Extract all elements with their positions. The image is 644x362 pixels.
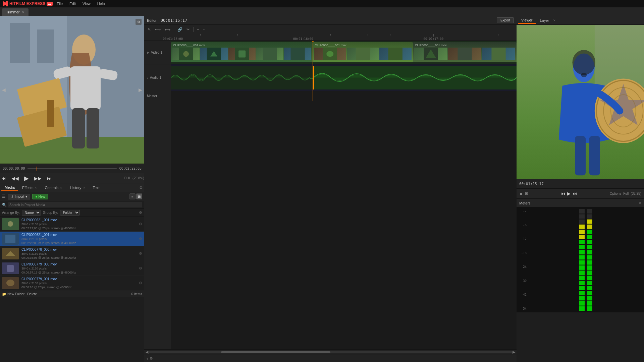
audio-track-name: Audio 1 [150, 76, 161, 79]
file-item-1[interactable]: CLIP0000621_001.mov 3840 x 2160 pixels 0… [0, 232, 144, 246]
arrange-settings-icon[interactable]: ⚙ [139, 210, 142, 215]
new-folder-button[interactable]: 📁 New Folder [2, 292, 24, 296]
import-dropdown-icon[interactable]: ▾ [25, 195, 27, 198]
delete-button[interactable]: Delete [27, 292, 37, 296]
transport-to-end[interactable]: ⏭ [46, 175, 53, 182]
ruler-line-1 [173, 34, 173, 37]
tab-layer[interactable]: Layer [536, 17, 552, 23]
tool-ripple[interactable]: ⟺ [154, 26, 162, 33]
tool-slip[interactable]: ⟷ [163, 26, 172, 33]
meters-content: -2 -6 -12 -18 -24 -30 -42 -54 [517, 207, 644, 312]
transport-step-back[interactable]: ◀◀ [10, 175, 20, 182]
group-by-select[interactable]: Folder [60, 210, 80, 216]
svg-rect-60 [579, 209, 585, 224]
ruler-minor-3 [267, 34, 267, 36]
viewer-preview[interactable] [517, 25, 644, 179]
audio-track-row[interactable] [171, 64, 517, 91]
viewer-zoom-label[interactable]: Full [623, 192, 629, 195]
scroll-thumb [221, 351, 330, 353]
menu-file[interactable]: File [55, 2, 64, 6]
file-settings-0[interactable]: ⚙ [139, 222, 142, 226]
timecode-start: 00:00:00:00 [3, 167, 25, 170]
arrange-by-select[interactable]: Name [22, 210, 41, 216]
tab-controls[interactable]: Controls ✕ [41, 185, 66, 191]
video-clip-1[interactable]: CLIP0000____001.mov [171, 42, 313, 62]
tl-settings[interactable]: ⚙ [150, 356, 153, 361]
tool-pointer[interactable]: ↖ [146, 26, 152, 33]
viewer-play[interactable]: ▶ [567, 191, 571, 196]
file-settings-3[interactable]: ⚙ [139, 266, 142, 270]
tab-viewer[interactable]: Viewer [518, 17, 536, 24]
timeline-scrollbar[interactable]: ◀ ▶ [144, 349, 517, 355]
right-panel: Viewer Layer ✕ [517, 16, 644, 362]
menu-view[interactable]: View [81, 2, 92, 6]
viewer-to-end[interactable]: ⏭ [573, 191, 577, 196]
tab-text[interactable]: Text [90, 185, 103, 191]
tl-more-options[interactable]: ⋯ [511, 356, 515, 361]
viewer-preview-image [517, 25, 644, 179]
tool-zoom-out[interactable]: - [202, 26, 206, 33]
viewer-record-btn[interactable]: ⏺ [519, 192, 523, 196]
tab-effects-close[interactable]: ✕ [35, 186, 37, 189]
trimmer-tab-close[interactable]: ✕ [22, 10, 24, 14]
scroll-track[interactable] [148, 351, 513, 353]
meters-header: Meters ✕ [517, 199, 644, 207]
trimmer-nav-left[interactable]: ◀ [2, 87, 6, 93]
clip-thumb-1e [284, 48, 311, 60]
layer-tab-close[interactable]: ✕ [553, 19, 556, 22]
menu-edit[interactable]: Edit [68, 2, 77, 6]
search-input[interactable] [8, 202, 142, 207]
file-item-0[interactable]: CLIP0000621_001.mov 3840 x 2160 pixels 0… [0, 217, 144, 232]
file-item-2[interactable]: CLIP0000778_000.mov 3840 x 2160 pixels 0… [0, 246, 144, 261]
tab-history-close[interactable]: ✕ [83, 186, 86, 189]
tab-history[interactable]: History ✕ [66, 185, 89, 191]
view-grid-btn[interactable]: ⊞ [136, 193, 142, 199]
tool-blade[interactable]: ✂ [185, 26, 191, 33]
new-button[interactable]: ● New [32, 194, 48, 199]
transport-play[interactable]: ▶ [23, 174, 30, 183]
video-track-row[interactable]: CLIP0000____001.mov [171, 41, 517, 64]
editor-timecode: 00:01:15:17 [161, 18, 187, 23]
clip-thumb-3c [482, 48, 515, 60]
transport-to-start[interactable]: ⏮ [0, 175, 7, 182]
zoom-percent-trimmer: (29.8%) [132, 176, 144, 180]
tl-add-track[interactable]: + [146, 357, 148, 361]
viewer-to-start[interactable]: ⏮ [561, 191, 565, 196]
view-list-btn[interactable]: ≡ [129, 193, 136, 199]
import-button[interactable]: ⬇ Import ▾ [8, 194, 30, 199]
trimmer-preview[interactable]: ⚙ ◀ ▶ [0, 16, 144, 164]
trimmer-tab[interactable]: Trimmer ✕ [2, 8, 29, 16]
file-settings-4[interactable]: ⚙ [139, 281, 142, 285]
video-clip-2[interactable]: CLIP0000____001.mov [313, 42, 413, 62]
center-panel: Editor 00:01:15:17 Export ↖ ⟺ ⟷ 🔗 ✂ + - [144, 16, 517, 362]
file-item-4[interactable]: CLIP0000779_001.mov 3840 x 2160 pixels 0… [0, 276, 144, 291]
timecode-scrubber[interactable] [28, 168, 117, 169]
viewer-options-btn[interactable]: Options [610, 192, 621, 195]
tool-zoom-in[interactable]: + [196, 26, 201, 33]
tab-controls-close[interactable]: ✕ [60, 186, 62, 189]
tab-media[interactable]: Media [1, 184, 18, 191]
arrange-by-label: Arrange By: [2, 211, 20, 215]
layer-tab-label: Layer [540, 18, 549, 22]
trimmer-settings-btn[interactable]: ⚙ [136, 19, 142, 25]
media-menu-icon[interactable]: ☰ [2, 194, 6, 199]
master-track-name: Master [147, 94, 157, 98]
zoom-in-tl[interactable]: ▶ [513, 350, 515, 354]
file-settings-2[interactable]: ⚙ [139, 251, 142, 256]
panel-settings-icon[interactable]: ⚙ [139, 185, 143, 190]
file-settings-1[interactable]: ⚙ [139, 237, 142, 241]
meters-close[interactable]: ✕ [639, 201, 641, 205]
video-clip-3[interactable]: CLIP0000____001.mov [413, 42, 517, 62]
meter-label-3: -18 [521, 251, 527, 255]
file-item-3[interactable]: CLIP0000779_000.mov 3840 x 2160 pixels 0… [0, 261, 144, 276]
zoom-out-tl[interactable]: ◀ [146, 350, 148, 354]
viewer-snap-btn[interactable]: ⊞ [525, 191, 528, 196]
menu-help[interactable]: Help [96, 2, 106, 6]
export-button[interactable]: Export [497, 17, 514, 23]
new-folder-label: New Folder [7, 292, 24, 296]
tab-effects[interactable]: Effects ✕ [19, 185, 41, 191]
timeline-ruler[interactable]: 00:01:15:00 00:01:16:00 00:01:17:00 [144, 34, 517, 41]
trimmer-nav-right[interactable]: ▶ [139, 87, 142, 93]
tool-snap[interactable]: 🔗 [176, 26, 184, 33]
transport-step-forward[interactable]: ▶▶ [33, 175, 43, 182]
